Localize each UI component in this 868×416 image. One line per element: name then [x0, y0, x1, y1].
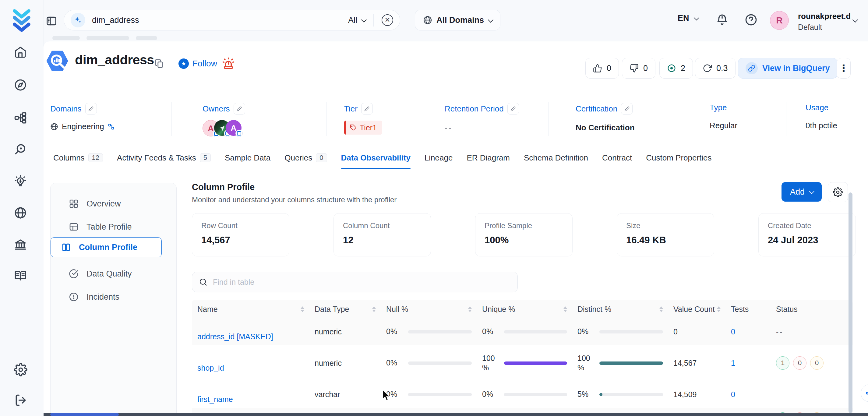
null-pct-cell: 0%	[381, 327, 477, 336]
vertical-scrollbar[interactable]	[848, 192, 852, 413]
tab-data-observability[interactable]: Data Observability	[341, 146, 410, 169]
meta-tier: Tier Tier1	[344, 103, 382, 135]
table-row[interactable]: first_name varchar 0% 0% 5% 14,509 0 --	[192, 381, 853, 408]
column-header-value-count[interactable]: Value Count	[668, 305, 725, 314]
follow-button[interactable]: ★ Follow	[179, 59, 217, 69]
tab-sample-data[interactable]: Sample Data	[225, 146, 271, 169]
column-header-unique[interactable]: Unique %	[477, 305, 572, 314]
column-header-distinct[interactable]: Distinct %	[572, 305, 668, 314]
tests-link[interactable]: 0	[731, 327, 735, 336]
copy-name-icon[interactable]	[154, 59, 164, 70]
alert-siren-icon[interactable]	[222, 57, 235, 71]
tab-lineage[interactable]: Lineage	[425, 146, 453, 169]
global-search-bar[interactable]: dim_address All ✕	[64, 10, 400, 30]
column-name-link[interactable]: shop_id	[197, 363, 224, 372]
sort-icon[interactable]	[301, 307, 304, 312]
sort-icon[interactable]	[717, 307, 721, 312]
domain-value-link[interactable]: Engineering	[62, 122, 104, 131]
user-team: Default	[798, 23, 850, 32]
incidents-alert-icon	[69, 292, 79, 302]
overview-grid-icon	[69, 199, 79, 209]
upvote-button[interactable]: 0	[585, 58, 619, 78]
user-avatar[interactable]: R	[770, 11, 789, 30]
column-header-name[interactable]: Name	[192, 305, 309, 314]
settings-gear-icon[interactable]	[14, 363, 27, 378]
edit-tier-button[interactable]	[361, 103, 373, 115]
bigquery-service-icon	[46, 48, 69, 75]
all-domains-button[interactable]: All Domains	[415, 10, 500, 30]
subnav-column-profile[interactable]: Column Profile	[51, 237, 162, 257]
sort-icon[interactable]	[372, 307, 376, 312]
subnav-incidents[interactable]: Incidents	[69, 292, 119, 302]
subnav-overview[interactable]: Overview	[69, 199, 121, 209]
lineage-flow-icon[interactable]	[14, 111, 27, 125]
left-rail	[0, 0, 44, 416]
tab-activity-feeds[interactable]: Activity Feeds & Tasks5	[117, 146, 211, 169]
subnav-data-quality[interactable]: Data Quality	[69, 269, 132, 279]
help-icon[interactable]	[745, 13, 757, 27]
column-header-null[interactable]: Null %	[381, 305, 477, 314]
column-name-link[interactable]: address_id [MASKED]	[197, 332, 273, 341]
column-header-data-type[interactable]: Data Type	[309, 305, 381, 314]
user-menu-chevron-icon[interactable]	[852, 17, 858, 23]
search-scope-dropdown[interactable]: All	[348, 15, 366, 25]
edit-domains-button[interactable]	[85, 103, 97, 115]
incidents-button[interactable]: 2	[659, 58, 693, 78]
meta-certification: Certification No Certification	[576, 103, 635, 132]
govern-bank-icon[interactable]	[14, 238, 27, 252]
version-button[interactable]: 0.3	[695, 58, 736, 78]
column-name-link[interactable]: first_name	[197, 395, 233, 404]
add-button[interactable]: Add	[781, 182, 822, 202]
certification-value: No Certification	[576, 123, 635, 132]
notifications-bell-icon[interactable]	[716, 13, 728, 27]
search-scope-label: All	[348, 15, 357, 25]
subnav-table-profile[interactable]: Table Profile	[69, 222, 132, 232]
profiler-settings-button[interactable]	[828, 182, 848, 202]
user-menu[interactable]: rounakpreet.d Default	[798, 11, 850, 32]
tab-queries[interactable]: Queries0	[284, 146, 327, 169]
logout-icon[interactable]	[14, 393, 27, 408]
tests-link[interactable]: 0	[731, 390, 735, 398]
progress-bar	[408, 330, 472, 333]
null-pct-cell: 0%	[381, 389, 477, 399]
edit-retention-button[interactable]	[507, 103, 519, 115]
search-input[interactable]: dim_address	[92, 15, 348, 25]
sort-icon[interactable]	[468, 307, 472, 312]
insights-bulb-icon[interactable]	[14, 175, 27, 189]
find-in-table	[192, 271, 518, 292]
tier-tag[interactable]: Tier1	[344, 121, 382, 135]
edit-owners-button[interactable]	[234, 103, 245, 115]
meta-owners: Owners A A	[203, 103, 245, 137]
explore-compass-icon[interactable]	[14, 78, 27, 93]
tab-schema-definition[interactable]: Schema Definition	[524, 146, 588, 169]
domains-globe-icon[interactable]	[14, 206, 27, 221]
tab-er-diagram[interactable]: ER Diagram	[467, 146, 510, 169]
distinct-pct-cell: 5%	[572, 389, 668, 399]
edit-certification-button[interactable]	[621, 103, 632, 115]
status-aborted-badge: 0	[793, 356, 806, 370]
table-row[interactable]: address_id [MASKED] numeric 0% 0% 0% 0 0…	[192, 318, 853, 345]
view-in-bigquery-button[interactable]: View in BigQuery	[738, 58, 838, 78]
find-in-table-input[interactable]	[212, 278, 511, 287]
table-row[interactable]: shop_id numeric 0% 100 % 100 % 14,567 1 …	[192, 345, 853, 381]
horizontal-scrollbar-thumb[interactable]	[50, 413, 119, 416]
mouse-cursor	[381, 389, 392, 403]
user-name: rounakpreet.d	[798, 11, 850, 21]
tab-custom-properties[interactable]: Custom Properties	[646, 146, 711, 169]
sort-icon[interactable]	[659, 307, 663, 312]
downvote-button[interactable]: 0	[622, 58, 655, 78]
sidebar-toggle-icon[interactable]	[46, 15, 57, 28]
home-icon[interactable]	[14, 46, 27, 60]
app-logo[interactable]	[11, 8, 32, 33]
observability-icon[interactable]	[14, 143, 27, 157]
sort-icon[interactable]	[563, 307, 567, 312]
more-actions-button[interactable]: ⋮	[837, 58, 850, 78]
glossary-book-icon[interactable]	[14, 269, 27, 283]
language-selector[interactable]: EN	[678, 13, 698, 23]
tab-columns[interactable]: Columns12	[53, 146, 103, 169]
clear-search-icon[interactable]: ✕	[382, 14, 393, 26]
tests-link[interactable]: 1	[731, 359, 735, 367]
tab-contract[interactable]: Contract	[602, 146, 632, 169]
owner-avatar-3[interactable]: A	[226, 120, 242, 136]
horizontal-scrollbar-track[interactable]	[43, 413, 868, 416]
